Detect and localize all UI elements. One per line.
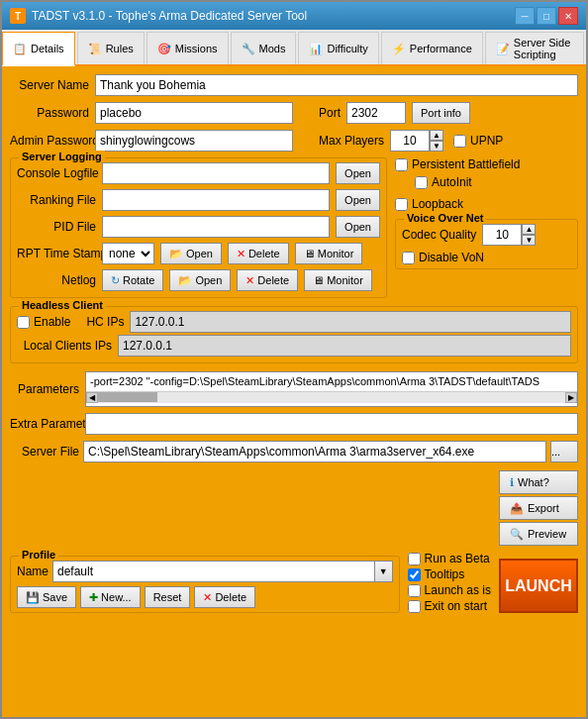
codec-quality-down-button[interactable]: ▼ — [522, 235, 536, 246]
tab-server-side-scripting[interactable]: 📝 Server Side Scripting — [485, 32, 584, 64]
scrollbar-track[interactable] — [98, 392, 565, 403]
server-logging-label: Server Logging — [19, 151, 105, 162]
voice-over-net-content: Codec Quality ▲ ▼ — [402, 224, 571, 264]
max-players-spinbox: ▲ ▼ — [390, 130, 443, 152]
run-as-beta-checkbox[interactable] — [408, 553, 421, 565]
password-label: Password — [10, 106, 89, 120]
run-as-beta-label: Run as Beta — [425, 552, 490, 565]
pid-file-open-button[interactable]: Open — [336, 216, 380, 238]
tab-rules[interactable]: 📜 Rules — [77, 32, 145, 64]
max-players-down-button[interactable]: ▼ — [430, 141, 443, 152]
persistent-battlefield-checkbox[interactable] — [395, 158, 408, 171]
server-name-input[interactable] — [95, 74, 578, 96]
max-players-up-button[interactable]: ▲ — [430, 130, 443, 141]
codec-quality-spinbox-buttons: ▲ ▼ — [522, 224, 536, 246]
password-input[interactable] — [95, 102, 293, 124]
admin-password-input[interactable] — [95, 130, 293, 152]
rotate-icon: ↻ — [111, 274, 120, 287]
exit-on-start-label: Exit on start — [425, 599, 487, 613]
netlog-row: Netlog ↻ Rotate 📂 Open ✕ Del — [17, 269, 380, 291]
app-icon: T — [10, 8, 26, 24]
profile-name-input[interactable] — [52, 561, 375, 582]
server-name-row: Server Name — [10, 74, 578, 96]
headless-client-section: Headless Client Enable HC IPs Local Clie… — [10, 306, 578, 363]
rotate-button[interactable]: ↻ Rotate — [102, 269, 163, 291]
open-folder-icon: 📂 — [169, 248, 183, 260]
export-button[interactable]: 📤 Export — [499, 496, 578, 520]
launch-as-is-checkbox[interactable] — [408, 584, 421, 597]
profile-section: Profile Name ▼ 💾 Save ✚ New... — [10, 556, 400, 613]
tab-missions[interactable]: 🎯 Missions — [147, 32, 229, 64]
what-button[interactable]: ℹ What? — [499, 470, 578, 494]
console-logfile-open-button[interactable]: Open — [336, 162, 380, 184]
upnp-label: UPNP — [470, 134, 503, 148]
port-input[interactable] — [346, 102, 406, 124]
server-file-browse-button[interactable]: ... — [550, 441, 578, 462]
launch-as-is-label: Launch as is — [425, 583, 491, 597]
scroll-right-arrow[interactable]: ▶ — [565, 392, 577, 403]
tab-difficulty[interactable]: 📊 Difficulty — [298, 32, 378, 64]
admin-password-label: Admin Password — [10, 134, 89, 148]
monitor-icon2: 🖥 — [313, 274, 324, 286]
delete-icon2: ✕ — [245, 274, 254, 287]
max-players-label: Max Players — [319, 134, 384, 148]
tab-performance[interactable]: ⚡ Performance — [381, 32, 483, 64]
extra-parameters-input[interactable] — [85, 413, 578, 435]
hc-ips-label: HC IPs — [86, 315, 124, 329]
port-info-button[interactable]: Port info — [412, 102, 470, 124]
tab-performance-icon: ⚡ — [392, 43, 406, 55]
minimize-button[interactable]: ─ — [515, 7, 535, 25]
codec-quality-up-button[interactable]: ▲ — [522, 224, 536, 235]
autoinit-checkbox[interactable] — [415, 176, 428, 189]
disable-von-checkbox[interactable] — [402, 252, 415, 264]
main-window: T TADST v3.1.0 - Tophe's Arma Dedicated … — [0, 0, 588, 719]
tab-mods[interactable]: 🔧 Mods — [231, 32, 297, 64]
monitor-icon: 🖥 — [304, 248, 315, 259]
hc-ips-input[interactable] — [130, 311, 571, 333]
headless-enable-row: Enable HC IPs — [17, 311, 571, 333]
profile-name-dropdown-arrow[interactable]: ▼ — [375, 561, 393, 582]
exit-on-start-checkbox[interactable] — [408, 600, 421, 613]
delete-profile-button[interactable]: ✕ Delete — [194, 586, 255, 608]
titlebar: T TADST v3.1.0 - Tophe's Arma Dedicated … — [2, 2, 586, 30]
local-clients-ips-input[interactable] — [118, 335, 571, 357]
server-logging-group: Server Logging Console Logfile Open Rank… — [10, 157, 387, 298]
tab-bar: 📋 Details 📜 Rules 🎯 Missions 🔧 Mods 📊 Di… — [2, 30, 586, 66]
tab-details-icon: 📋 — [13, 43, 27, 55]
tab-details[interactable]: 📋 Details — [2, 32, 75, 66]
netlog-monitor-button[interactable]: 🖥 Monitor — [304, 269, 372, 291]
autoinit-label: AutoInit — [432, 175, 472, 189]
profile-label: Profile — [19, 549, 58, 561]
server-file-input[interactable] — [83, 441, 546, 462]
netlog-open-button[interactable]: 📂 Open — [169, 269, 231, 291]
loopback-checkbox[interactable] — [395, 198, 408, 211]
rpt-monitor-button[interactable]: 🖥 Monitor — [295, 243, 363, 264]
max-players-input[interactable] — [390, 130, 430, 152]
save-button[interactable]: 💾 Save — [17, 586, 76, 608]
extra-parameters-label: Extra Parameters — [10, 417, 79, 431]
codec-quality-input[interactable] — [482, 224, 522, 246]
close-button[interactable]: ✕ — [558, 7, 578, 25]
ranking-file-input[interactable] — [102, 189, 330, 211]
upnp-checkbox[interactable] — [453, 135, 466, 148]
pid-file-input[interactable] — [102, 216, 330, 238]
reset-button[interactable]: Reset — [145, 586, 191, 608]
maximize-button[interactable]: □ — [537, 7, 556, 25]
headless-enable-label: Enable — [34, 315, 70, 329]
headless-enable-checkbox[interactable] — [17, 316, 30, 329]
new-button[interactable]: ✚ New... — [80, 586, 141, 608]
disable-von-label: Disable VoN — [419, 251, 484, 264]
netlog-delete-button[interactable]: ✕ Delete — [237, 269, 298, 291]
tooltips-checkbox[interactable] — [408, 568, 421, 581]
ranking-file-open-button[interactable]: Open — [336, 189, 380, 211]
rpt-open-button[interactable]: 📂 Open — [160, 243, 222, 264]
launch-button[interactable]: LAUNCH — [499, 559, 578, 613]
rpt-timestamp-select[interactable]: none short full — [102, 243, 154, 264]
scroll-left-arrow[interactable]: ◀ — [86, 392, 98, 403]
rpt-timestamp-label: RPT Time Stamp — [17, 247, 96, 260]
rpt-delete-button[interactable]: ✕ Delete — [228, 243, 289, 264]
right-options: Run as Beta Tooltips Launch as is Exit o… — [408, 552, 491, 613]
preview-button[interactable]: 🔍 Preview — [499, 522, 578, 546]
delete-icon: ✕ — [237, 248, 245, 260]
console-logfile-input[interactable] — [102, 162, 330, 184]
